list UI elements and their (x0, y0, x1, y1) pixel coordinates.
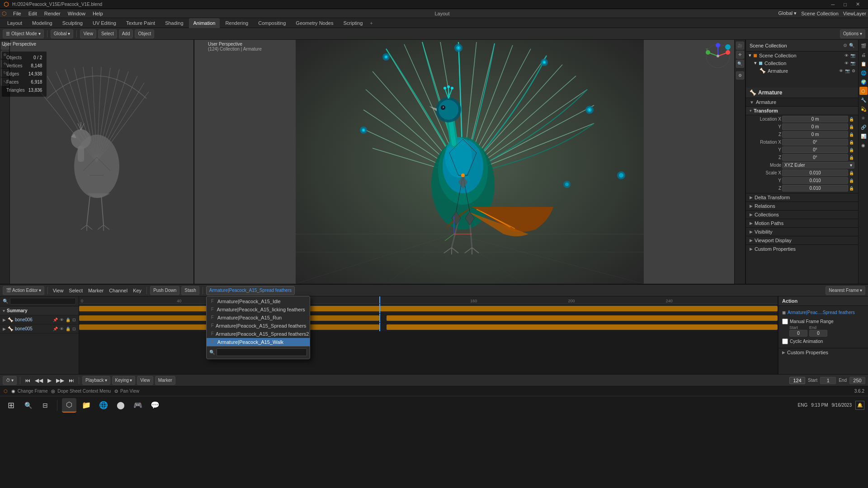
jump-end-btn[interactable]: ⏭ (67, 377, 75, 384)
dropdown-item-spread[interactable]: F Armature|Peacock_A15_Spread feathers (207, 322, 310, 330)
tab-scripting[interactable]: Scripting (339, 18, 367, 28)
loc-y-lock[interactable]: 🔒 (849, 125, 854, 129)
loc-y-value[interactable]: 0 m (782, 123, 848, 130)
tab-rendering[interactable]: Rendering (221, 18, 253, 28)
search-taskbar-btn[interactable]: 🔍 (21, 398, 35, 413)
outliner-filter-btn[interactable]: ⚙ (843, 43, 847, 48)
object-props-tab[interactable]: ⬡ (859, 87, 868, 95)
menu-help[interactable]: Help (90, 10, 106, 17)
constraints-tab[interactable]: 🔗 (859, 123, 868, 131)
playback-options-btn[interactable]: Playback ▾ (82, 376, 110, 385)
ae-mode-btn[interactable]: 🎬 Action Editor ▾ (3, 286, 44, 295)
step-back-btn[interactable]: ◀◀ (33, 377, 44, 384)
menu-render[interactable]: Render (41, 10, 64, 17)
ae-push-down-btn[interactable]: Push Down (150, 286, 179, 295)
jump-start-btn[interactable]: ⏮ (24, 377, 32, 384)
close-btn[interactable]: ✕ (851, 1, 864, 7)
eye-icon[interactable]: 👁 (844, 53, 849, 58)
bone006-eye[interactable]: 👁 (60, 318, 64, 322)
scale-z-lock[interactable]: 🔒 (849, 186, 854, 191)
action-dropdown[interactable]: F Armature|Peacock_A15_Idle F Armature|P… (206, 296, 310, 359)
rot-x-value[interactable]: 0° (782, 139, 848, 145)
scale-y-lock[interactable]: 🔒 (849, 178, 854, 183)
rot-z-lock[interactable]: 🔒 (849, 155, 854, 160)
visibility-section[interactable]: ▶ Visibility (746, 227, 858, 236)
keying-btn[interactable]: Keying ▾ (112, 376, 136, 385)
zoom3d-btn[interactable]: 🔍 (736, 60, 744, 68)
tree-scene-collection[interactable]: ▾ ◼ Scene Collection 👁 📷 (746, 52, 858, 59)
move3d-btn[interactable]: ✛ (736, 51, 744, 59)
end-value[interactable]: 0 (809, 330, 827, 337)
output-props-tab[interactable]: 🖨 (859, 51, 868, 59)
tab-uv-editing[interactable]: UV Editing (88, 18, 121, 28)
mode-selector[interactable]: ☰ Object Mode ▾ (3, 29, 44, 38)
add-workspace-btn[interactable]: + (370, 20, 373, 26)
mode-value[interactable]: XYZ Euler ▾ (782, 162, 854, 169)
dropdown-item-spread2[interactable]: F Armature|Peacock_A15_Spread feathers2 (207, 330, 310, 338)
relations-section[interactable]: ▶ Relations (746, 202, 858, 210)
chrome-taskbar-icon[interactable]: ⬤ (113, 398, 128, 413)
dropdown-item-walk[interactable]: F Armature|Peacock_A15_Walk (207, 338, 310, 346)
rot-x-lock[interactable]: 🔒 (849, 140, 854, 145)
rot-y-lock[interactable]: 🔒 (849, 148, 854, 152)
pb-marker-btn[interactable]: Marker (155, 376, 175, 385)
timeline-start-frame[interactable]: 1 (820, 377, 836, 384)
dropdown-item-idle[interactable]: F Armature|Peacock_A15_Idle (207, 297, 310, 305)
render-icon[interactable]: 📷 (850, 53, 855, 58)
tab-animation[interactable]: Animation (189, 18, 220, 28)
viewport-gizmo[interactable]: X Y Z (704, 42, 731, 70)
menu-file[interactable]: File (10, 10, 24, 17)
play-btn[interactable]: ▶ (46, 377, 53, 384)
tab-sculpting[interactable]: Sculpting (58, 18, 87, 28)
object-btn[interactable]: Object (135, 29, 154, 38)
bone005-lock2[interactable]: 🔒 (66, 327, 71, 331)
ae-select-menu[interactable]: Select (67, 288, 85, 293)
tab-layout[interactable]: Layout (3, 18, 27, 28)
taskview-btn[interactable]: ⊟ (38, 398, 52, 413)
bone006-extra[interactable]: ⊡ (72, 318, 76, 322)
left-viewport[interactable]: User Perspective Objects0 / 2 Vertices8,… (0, 40, 194, 284)
ae-right-panel[interactable]: 0 40 80 160 200 240 (79, 296, 778, 374)
tab-shading[interactable]: Shading (160, 18, 188, 28)
scale-z-value[interactable]: 0.010 (782, 185, 848, 192)
step-fwd-btn[interactable]: ▶▶ (55, 377, 66, 384)
tab-modeling[interactable]: Modeling (28, 18, 57, 28)
add-btn[interactable]: Add (119, 29, 133, 38)
collections-section[interactable]: ▶ Collections (746, 210, 858, 219)
bone006-lock2[interactable]: 🔒 (66, 318, 71, 322)
scale-x-value[interactable]: 0.010 (782, 169, 848, 176)
explorer-taskbar-icon[interactable]: 📁 (79, 398, 94, 413)
loc-z-lock[interactable]: 🔒 (849, 132, 854, 137)
select-btn[interactable]: Select (98, 29, 117, 38)
material-tab[interactable]: ◉ (859, 141, 868, 149)
bone005-eye[interactable]: 👁 (60, 327, 64, 331)
armature-cam[interactable]: 📷 (845, 69, 850, 73)
transform-header[interactable]: ▾ Transform (746, 107, 858, 115)
cyclic-animation-checkbox[interactable] (782, 338, 788, 344)
render-props-tab[interactable]: 🎬 (859, 42, 868, 50)
loc-x-value[interactable]: 0 m (782, 116, 848, 122)
rot-y-value[interactable]: 0° (782, 146, 848, 153)
menu-edit[interactable]: Edit (25, 10, 40, 17)
collection-eye[interactable]: 👁 (844, 61, 849, 66)
gamepad-taskbar-icon[interactable]: 🎮 (131, 398, 145, 413)
chat-taskbar-icon[interactable]: 💬 (148, 398, 162, 413)
dropdown-item-licking[interactable]: F Armature|Peacock_A15_licking feathers (207, 305, 310, 314)
collection-render[interactable]: 📷 (850, 61, 855, 66)
maximize-btn[interactable]: □ (839, 2, 851, 7)
view-btn[interactable]: View (80, 29, 96, 38)
armature-eye[interactable]: 👁 (839, 69, 843, 73)
scale-y-value[interactable]: 0.010 (782, 177, 848, 184)
ae-marker-menu[interactable]: Marker (86, 288, 105, 293)
motion-paths-section[interactable]: ▶ Motion Paths (746, 219, 858, 227)
ae-view-menu[interactable]: View (51, 288, 66, 293)
viewport-display-section[interactable]: ▶ Viewport Display (746, 236, 858, 244)
bone005-pin[interactable]: 📌 (53, 327, 58, 331)
pb-view-btn[interactable]: View (137, 376, 153, 385)
dropdown-search-input[interactable] (217, 348, 307, 356)
tab-compositing[interactable]: Compositing (254, 18, 290, 28)
view3d-btn[interactable]: 🎥 (736, 42, 744, 50)
particles-tab[interactable]: 💫 (859, 105, 868, 113)
bone005-extra[interactable]: ⊡ (72, 327, 76, 331)
view-layer-tab[interactable]: 📋 (859, 60, 868, 68)
